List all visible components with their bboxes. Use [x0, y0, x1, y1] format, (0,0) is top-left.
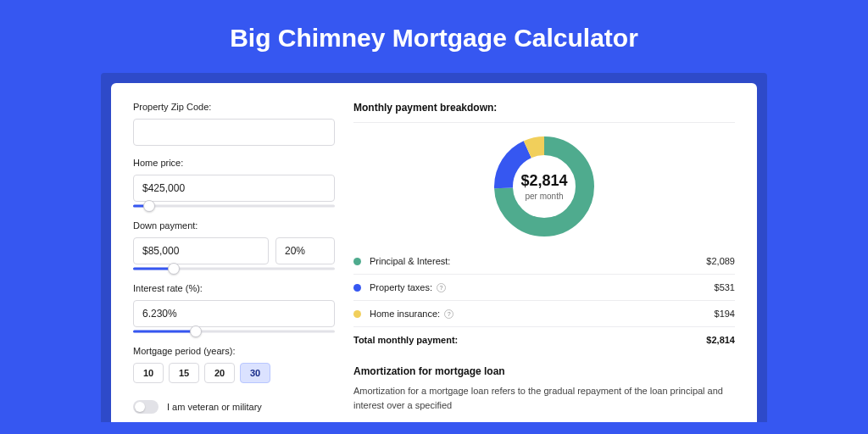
period-row: 10152030: [133, 363, 335, 383]
slider-thumb[interactable]: [143, 200, 155, 212]
period-label: Mortgage period (years):: [133, 346, 335, 356]
donut-center: $2,814 per month: [492, 135, 596, 238]
breakdown-column: Monthly payment breakdown: $2,814 per mo…: [353, 102, 735, 422]
down-payment-field: Down payment:: [133, 220, 335, 275]
down-payment-label: Down payment:: [133, 220, 335, 231]
home-price-input[interactable]: [133, 175, 335, 202]
legend-label: Home insurance:?: [370, 309, 715, 319]
slider-fill: [133, 331, 196, 333]
slider-track: [133, 205, 335, 208]
total-label: Total monthly payment:: [353, 335, 706, 345]
down-payment-pct-input[interactable]: [275, 237, 335, 264]
legend-row: Principal & Interest:$2,089: [353, 248, 735, 275]
total-value: $2,814: [706, 335, 735, 345]
legend-row: Home insurance:?$194: [353, 301, 735, 327]
period-button-15[interactable]: 15: [169, 363, 199, 383]
legend-value: $2,089: [706, 256, 735, 266]
donut-chart: $2,814 per month: [492, 135, 596, 238]
toggle-knob: [135, 402, 145, 412]
donut-amount: $2,814: [520, 172, 567, 190]
legend-row: Property taxes:?$531: [353, 275, 735, 301]
legend-value: $194: [715, 309, 735, 319]
legend-value: $531: [715, 282, 735, 292]
total-row: Total monthly payment: $2,814: [353, 327, 735, 357]
legend-label: Property taxes:?: [370, 282, 715, 292]
period-button-30[interactable]: 30: [240, 363, 270, 383]
zip-field: Property Zip Code:: [133, 102, 335, 146]
calculator-card: Property Zip Code: Home price: Down paym…: [111, 83, 757, 422]
donut-wrap: $2,814 per month: [353, 123, 735, 245]
legend-dot-icon: [353, 258, 361, 265]
legend-label: Principal & Interest:: [370, 256, 706, 266]
help-icon[interactable]: ?: [444, 309, 453, 319]
slider-thumb[interactable]: [168, 263, 180, 275]
interest-rate-slider[interactable]: [133, 326, 335, 337]
amortization-heading: Amortization for mortgage loan: [353, 357, 735, 384]
period-field: Mortgage period (years): 10152030: [133, 346, 335, 383]
page-title: Big Chimney Mortgage Calculator: [0, 0, 868, 73]
breakdown-heading: Monthly payment breakdown:: [353, 102, 735, 123]
help-icon[interactable]: ?: [437, 283, 446, 292]
period-button-10[interactable]: 10: [133, 363, 164, 383]
zip-label: Property Zip Code:: [133, 102, 335, 112]
legend-dot-icon: [353, 284, 361, 292]
zip-input[interactable]: [133, 119, 335, 146]
veteran-toggle[interactable]: [133, 400, 159, 414]
legend: Principal & Interest:$2,089Property taxe…: [353, 248, 735, 327]
home-price-field: Home price:: [133, 158, 335, 212]
card-band: Property Zip Code: Home price: Down paym…: [101, 73, 767, 422]
donut-sub: per month: [525, 192, 563, 201]
down-payment-input[interactable]: [133, 237, 269, 264]
period-button-20[interactable]: 20: [204, 363, 235, 383]
veteran-label: I am veteran or military: [167, 402, 262, 412]
slider-thumb[interactable]: [190, 326, 202, 337]
down-payment-slider[interactable]: [133, 263, 335, 275]
home-price-label: Home price:: [133, 158, 335, 168]
legend-dot-icon: [353, 310, 361, 318]
interest-rate-input[interactable]: [133, 300, 335, 327]
amortization-text: Amortization for a mortgage loan refers …: [353, 384, 735, 412]
veteran-row: I am veteran or military: [133, 400, 335, 414]
home-price-slider[interactable]: [133, 200, 335, 212]
inputs-column: Property Zip Code: Home price: Down paym…: [133, 102, 335, 422]
interest-rate-field: Interest rate (%):: [133, 283, 335, 337]
interest-rate-label: Interest rate (%):: [133, 283, 335, 293]
